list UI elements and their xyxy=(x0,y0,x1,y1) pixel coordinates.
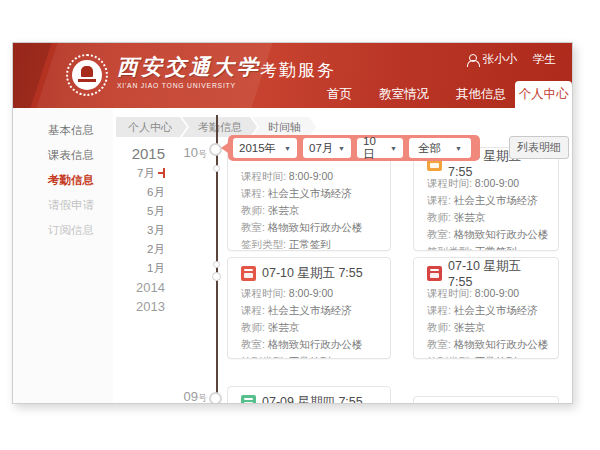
attendance-card[interactable]: 07-10 星期五 7:55 课程时间: 8:00-9:00 课程: 社会主义市… xyxy=(413,147,559,251)
card-date: 07-10 星期五 7:55 xyxy=(448,258,548,289)
day-dropdown[interactable]: 10日 ▼ xyxy=(357,138,403,158)
sidebar: 基本信息 课表信息 考勤信息 请假申请 订阅信息 xyxy=(13,108,113,403)
app-window: 西安交通大学 XI'AN JIAO TONG UNIVERSITY 考勤服务 张… xyxy=(12,42,573,404)
current-month-marker-icon xyxy=(157,168,165,178)
attendance-card[interactable]: 07-10 星期五 7:55 课程时间: 8:00-9:00 课程: 社会主义市… xyxy=(227,257,391,359)
nav-item-home[interactable]: 首页 xyxy=(327,86,352,103)
university-brand: 西安交通大学 XI'AN JIAO TONG UNIVERSITY xyxy=(117,53,261,89)
timeline-node-day09 xyxy=(209,392,222,404)
app-header: 西安交通大学 XI'AN JIAO TONG UNIVERSITY 考勤服务 张… xyxy=(13,43,572,108)
month-dropdown[interactable]: 07月 ▼ xyxy=(303,138,351,158)
attendance-card[interactable]: 07-09 星期四 7:55 xyxy=(227,386,391,404)
timeline-day-09: 09号 xyxy=(163,389,207,404)
list-detail-button[interactable]: 列表明细 xyxy=(509,136,569,159)
nav-item-personal-center[interactable]: 个人中心 xyxy=(515,81,572,108)
scale-year-2015[interactable]: 2015 xyxy=(113,144,165,164)
user-info[interactable]: 张小小 学生 xyxy=(467,52,557,67)
sidebar-item-schedule[interactable]: 课表信息 xyxy=(13,143,113,168)
scale-month-may[interactable]: 5月 xyxy=(113,202,165,221)
attendance-card[interactable]: 07-10 星期五 7:55 课程时间: 8:00-9:00 课程: 社会主义市… xyxy=(413,257,559,359)
nav-item-classrooms[interactable]: 教室情况 xyxy=(379,86,429,103)
card-date: 07-10 星期五 7:55 xyxy=(262,265,363,282)
scale-month-jan[interactable]: 1月 xyxy=(113,259,165,278)
university-name-en: XI'AN JIAO TONG UNIVERSITY xyxy=(117,82,261,89)
breadcrumb-timeline[interactable]: 时间轴 xyxy=(252,117,316,137)
sidebar-item-subscription[interactable]: 订阅信息 xyxy=(13,218,113,243)
year-dropdown[interactable]: 2015年 ▼ xyxy=(233,138,297,158)
user-role: 学生 xyxy=(533,52,556,67)
timeline-node-dot xyxy=(213,261,220,268)
timeline-axis xyxy=(216,115,218,403)
sidebar-item-leave-request[interactable]: 请假申请 xyxy=(13,193,113,218)
timeline-scale: 2015 7月 6月 5月 3月 2月 1月 2014 2013 xyxy=(113,144,165,316)
chevron-down-icon: ▼ xyxy=(390,145,397,152)
screenshot-stage: 西安交通大学 XI'AN JIAO TONG UNIVERSITY 考勤服务 张… xyxy=(0,0,600,450)
university-name-cn: 西安交通大学 xyxy=(117,53,261,81)
card-date: 07-09 星期四 7:55 xyxy=(262,394,363,405)
user-name: 张小小 xyxy=(483,52,518,67)
sign-type-calendar-icon xyxy=(241,266,256,281)
chevron-down-icon: ▼ xyxy=(338,145,345,152)
scale-month-feb[interactable]: 2月 xyxy=(113,240,165,259)
scale-year-2013[interactable]: 2013 xyxy=(113,297,165,316)
timeline-node-dot xyxy=(213,165,220,172)
sidebar-item-attendance[interactable]: 考勤信息 xyxy=(13,168,113,193)
breadcrumb-personal-center[interactable]: 个人中心 xyxy=(116,117,187,137)
timeline-node-dot xyxy=(212,272,221,281)
breadcrumb-attendance[interactable]: 考勤信息 xyxy=(182,117,257,137)
filter-bubble: 2015年 ▼ 07月 ▼ 10日 ▼ 全部 ▼ xyxy=(228,135,480,161)
chevron-down-icon: ▼ xyxy=(455,145,462,152)
top-nav: 首页 教室情况 其他信息 xyxy=(327,81,506,108)
chevron-down-icon: ▼ xyxy=(284,145,291,152)
scale-month-jul[interactable]: 7月 xyxy=(113,164,165,183)
app-title: 考勤服务 xyxy=(260,59,336,82)
sign-type-calendar-icon xyxy=(427,266,442,281)
timeline-day-10: 10号 xyxy=(163,145,207,161)
scale-month-mar[interactable]: 3月 xyxy=(113,221,165,240)
sign-type-dropdown[interactable]: 全部 ▼ xyxy=(409,138,471,158)
user-icon xyxy=(467,54,478,66)
sidebar-item-basic-info[interactable]: 基本信息 xyxy=(13,118,113,143)
scale-month-jun[interactable]: 6月 xyxy=(113,183,165,202)
university-logo-icon xyxy=(66,54,108,96)
scale-year-2014[interactable]: 2014 xyxy=(113,278,165,297)
attendance-card[interactable] xyxy=(413,396,559,404)
nav-item-other-info[interactable]: 其他信息 xyxy=(456,86,506,103)
sign-type-calendar-icon xyxy=(241,395,256,405)
